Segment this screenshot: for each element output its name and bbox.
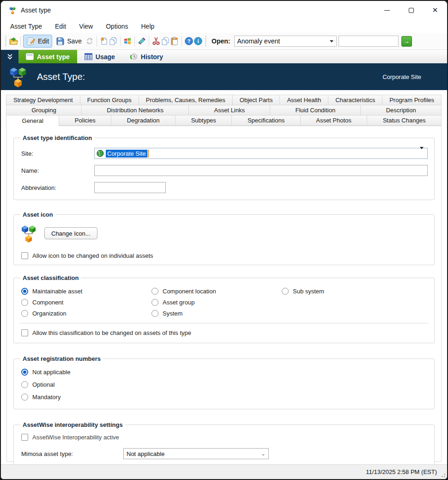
title-bar: Asset type ✕ xyxy=(1,1,447,19)
allow-icon-change-checkbox[interactable] xyxy=(21,252,28,259)
radio-organization[interactable]: Organization xyxy=(21,310,151,317)
change-icon-button[interactable]: Change Icon... xyxy=(44,227,97,239)
close-button[interactable]: ✕ xyxy=(423,1,447,19)
tab-function-groups[interactable]: Function Groups xyxy=(80,95,139,105)
double-chevron-down-icon xyxy=(7,54,13,60)
paste-icon[interactable] xyxy=(170,36,179,46)
tab-asset-health[interactable]: Asset Health xyxy=(279,95,328,105)
assetwise-active-checkbox[interactable] xyxy=(21,434,28,441)
tab-program-profiles[interactable]: Program Profiles xyxy=(382,95,442,105)
open-combobox-value: Anomaly event xyxy=(237,37,330,45)
group-title: Asset registration numbers xyxy=(20,355,103,362)
app-icon xyxy=(8,6,17,14)
status-timestamp: 11/13/2025 2:58 PM (EST) xyxy=(366,468,437,475)
group-title: Asset type identification xyxy=(20,134,94,141)
tab-strategy-development[interactable]: Strategy Development xyxy=(6,95,80,105)
site-combobox[interactable]: Corporate Site xyxy=(94,148,428,159)
abbreviation-label: Abbreviation: xyxy=(21,184,94,191)
radio-system[interactable]: System xyxy=(151,310,282,317)
radio-component[interactable]: Component xyxy=(21,299,151,306)
mimosa-asset-type-label: Mimosa asset type: xyxy=(21,450,123,457)
mimosa-asset-type-select[interactable]: Not applicable ⌄ xyxy=(123,448,269,459)
tab-degradation[interactable]: Degradation xyxy=(111,115,176,126)
radio-sub-system[interactable]: Sub system xyxy=(282,288,428,295)
menu-options[interactable]: Options xyxy=(106,23,128,30)
tab-subtypes[interactable]: Subtypes xyxy=(175,115,232,126)
minimize-button[interactable] xyxy=(375,1,399,19)
name-input[interactable] xyxy=(94,165,428,176)
group-assetwise-settings: AssetWise interoperability settings Asse… xyxy=(13,421,435,466)
open-record-icon[interactable] xyxy=(9,36,18,46)
toolbar-grip[interactable] xyxy=(205,36,207,46)
radio-maintainable-asset[interactable]: Maintainable asset xyxy=(21,288,151,295)
group-title: Asset classification xyxy=(20,274,81,281)
radio-mandatory[interactable]: Mandatory xyxy=(21,394,428,401)
copy-icon[interactable] xyxy=(161,36,170,46)
duplicate-record-icon[interactable] xyxy=(109,36,118,46)
view-tab-history[interactable]: History xyxy=(122,50,170,63)
clear-icon[interactable] xyxy=(137,36,146,46)
tab-grouping[interactable]: Grouping xyxy=(6,105,82,115)
menu-edit[interactable]: Edit xyxy=(55,23,66,30)
allow-icon-change-label: Allow icon to be changed on individual a… xyxy=(32,252,153,259)
site-label: Site: xyxy=(21,150,94,157)
view-tab-label: Asset type xyxy=(37,53,70,61)
chevron-down-icon[interactable] xyxy=(418,149,425,158)
tab-distribution-networks[interactable]: Distribution Networks xyxy=(81,105,189,115)
allow-classification-change-checkbox[interactable] xyxy=(21,329,28,336)
tab-policies[interactable]: Policies xyxy=(59,115,111,126)
new-record-icon[interactable] xyxy=(99,36,109,46)
radio-optional[interactable]: Optional xyxy=(21,381,428,388)
save-icon xyxy=(55,36,65,46)
resize-grip[interactable] xyxy=(440,472,446,478)
radio-asset-group[interactable]: Asset group xyxy=(151,299,282,306)
menu-help[interactable]: Help xyxy=(141,23,154,30)
menu-view[interactable]: View xyxy=(79,23,93,30)
tab-specifications[interactable]: Specifications xyxy=(231,115,300,126)
edit-icon xyxy=(26,36,36,46)
assetwise-active-label: AssetWise Interoperability active xyxy=(32,434,119,441)
asset-type-icon xyxy=(7,66,29,87)
menu-asset-type[interactable]: Asset Type xyxy=(10,23,42,30)
save-button-label: Save xyxy=(67,37,82,45)
tab-asset-links[interactable]: Asset Links xyxy=(188,105,270,115)
tab-asset-photos[interactable]: Asset Photos xyxy=(300,115,368,126)
toolbar-grip[interactable] xyxy=(5,36,7,46)
open-combobox[interactable]: Anomaly event xyxy=(234,36,337,47)
mimosa-selected-value: Not applicable xyxy=(127,450,164,457)
tab-description[interactable]: Description xyxy=(360,105,442,115)
help-icon[interactable]: ? xyxy=(184,36,194,46)
tab-problems-causes-remedies[interactable]: Problems, Causes, Remedies xyxy=(139,95,233,105)
view-tab-asset-type[interactable]: Asset type xyxy=(18,50,77,63)
cut-icon[interactable] xyxy=(151,36,161,46)
toolbar: Edit Save xyxy=(1,33,447,49)
windows-icon[interactable] xyxy=(123,36,132,46)
toolbar-separator xyxy=(134,36,135,46)
tab-general[interactable]: General xyxy=(6,115,59,126)
tab-fluid-condition[interactable]: Fluid Condition xyxy=(270,105,361,115)
window-controls: ✕ xyxy=(375,1,447,19)
edit-button-label: Edit xyxy=(38,37,49,45)
group-asset-icon: Asset icon Change Icon... Allow icon to … xyxy=(13,211,435,265)
quick-open-input[interactable] xyxy=(339,36,399,47)
tab-object-parts[interactable]: Object Parts xyxy=(232,95,280,105)
group-title: Asset icon xyxy=(20,211,55,218)
view-tab-usage[interactable]: Usage xyxy=(77,50,122,63)
tab-characteristics[interactable]: Characteristics xyxy=(328,95,382,105)
go-button[interactable]: → xyxy=(401,36,412,47)
tab-status-changes[interactable]: Status Changes xyxy=(367,115,442,126)
window-icon xyxy=(26,53,34,60)
view-tab-label: Usage xyxy=(96,53,115,61)
allow-classification-change-label: Allow this classification to be changed … xyxy=(32,329,191,336)
app-window: Asset type ✕ Asset Type Edit View Option… xyxy=(0,0,448,480)
collapse-header-button[interactable] xyxy=(1,50,18,63)
maximize-button[interactable] xyxy=(399,1,423,19)
abbreviation-input[interactable] xyxy=(94,182,166,193)
refresh-icon[interactable] xyxy=(85,36,94,46)
info-icon[interactable]: i xyxy=(194,36,203,46)
radio-not-applicable[interactable]: Not applicable xyxy=(21,369,428,376)
site-selected-value: Corporate Site xyxy=(106,150,147,158)
radio-component-location[interactable]: Component location xyxy=(151,288,282,295)
save-button[interactable]: Save xyxy=(52,35,85,48)
edit-button[interactable]: Edit xyxy=(23,35,52,48)
